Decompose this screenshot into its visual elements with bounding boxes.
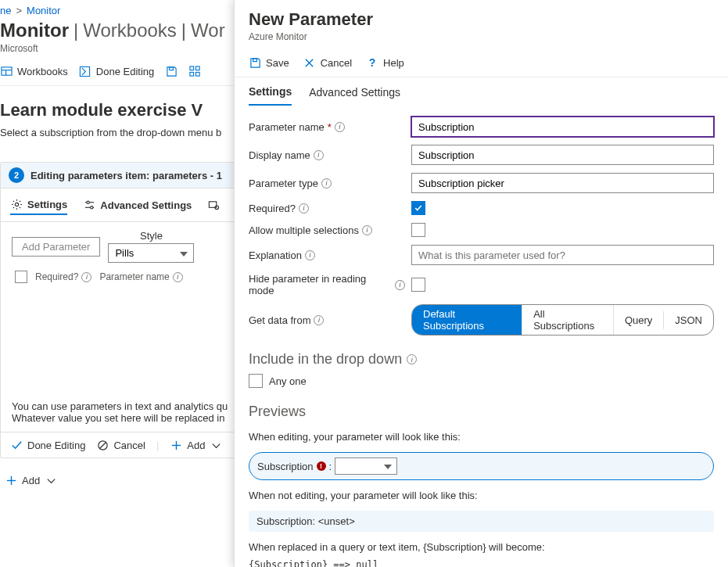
blade-tab-advanced[interactable]: Advanced Settings [309, 86, 400, 105]
blade-toolbar: Save Cancel ? Help [235, 48, 728, 77]
anyone-checkbox[interactable] [249, 374, 263, 388]
style-label: Style [140, 230, 163, 242]
col-param-name-label: Parameter name [99, 271, 169, 282]
explanation-input[interactable] [411, 245, 714, 265]
blade-cancel-button[interactable]: Cancel [303, 56, 352, 69]
breadcrumb-current[interactable]: Monitor [27, 5, 60, 16]
preview-pill-colon: : [329, 461, 332, 472]
footer-add[interactable]: Add [5, 474, 57, 486]
preview-edit-text: When editing, your parameter will look l… [235, 426, 728, 447]
info-icon[interactable]: i [81, 272, 91, 282]
new-parameter-blade: New Parameter Azure Monitor Save Cancel … [234, 0, 728, 567]
svg-point-13 [90, 206, 92, 208]
sliders-icon [83, 199, 95, 211]
preview-pill-select[interactable] [335, 458, 397, 475]
panel-cancel[interactable]: Cancel [96, 439, 145, 451]
allow-multi-checkbox[interactable] [411, 223, 425, 237]
pill-all-subs[interactable]: All Subscriptions [522, 305, 614, 335]
param-type-label: Parameter type i [249, 178, 405, 189]
blade-cancel-label: Cancel [321, 57, 352, 69]
preview-readonly-pill: Subscription: <unset> [249, 511, 714, 532]
pill-query[interactable]: Query [614, 311, 664, 329]
panel-tab-extra-icon[interactable] [207, 199, 220, 211]
blade-tab-settings[interactable]: Settings [249, 85, 292, 106]
save-icon [249, 56, 261, 69]
panel-done-editing[interactable]: Done Editing [10, 439, 85, 451]
panel-tab-settings-label: Settings [27, 199, 67, 210]
display-name-label: Display name i [249, 149, 405, 161]
svg-rect-5 [190, 66, 194, 70]
grid-icon-button[interactable] [188, 65, 201, 77]
blade-save-button[interactable]: Save [249, 56, 289, 69]
info-icon[interactable]: i [314, 315, 324, 325]
style-select-input[interactable]: Pills [108, 243, 194, 263]
workbook-icon [0, 65, 13, 77]
info-icon[interactable]: i [321, 178, 332, 188]
col-required-label: Required? [35, 271, 78, 282]
svg-rect-7 [190, 72, 194, 76]
svg-rect-6 [195, 66, 199, 70]
info-icon[interactable]: i [299, 203, 309, 214]
close-icon [303, 56, 316, 69]
include-section-title: Include in the drop down i [249, 351, 714, 368]
info-icon[interactable]: i [305, 250, 315, 260]
chevron-down-icon [210, 439, 222, 451]
help-icon: ? [366, 56, 378, 69]
page-title-sep2: | [181, 20, 186, 41]
hide-label: Hide parameter in reading mode i [249, 273, 405, 296]
workbooks-button[interactable]: Workbooks [0, 65, 68, 77]
done-editing-button[interactable]: Done Editing [79, 65, 154, 77]
pill-default-subs[interactable]: Default Subscriptions [412, 305, 522, 335]
allow-multi-label: Allow multiple selections i [249, 224, 405, 236]
get-data-pills: Default Subscriptions All Subscriptions … [411, 304, 714, 336]
svg-point-11 [87, 201, 89, 203]
page-title-sep1: | [74, 20, 78, 41]
breadcrumb-home[interactable]: ne [0, 5, 11, 16]
panel-add[interactable]: Add [170, 439, 222, 451]
svg-rect-4 [169, 66, 173, 70]
save-icon [165, 65, 178, 77]
explanation-label: Explanation i [249, 249, 405, 261]
panel-tab-settings[interactable]: Settings [10, 195, 67, 215]
required-label: Required? i [249, 203, 405, 214]
pill-json[interactable]: JSON [664, 311, 713, 329]
grid-icon [188, 65, 201, 77]
display-name-input[interactable] [411, 145, 714, 165]
footer-add-label: Add [22, 475, 40, 486]
page-title-part2: Workbooks [83, 20, 177, 41]
style-select[interactable]: Pills [108, 243, 194, 263]
page-title-part3: Wor [191, 20, 225, 41]
info-icon[interactable]: i [314, 150, 324, 160]
info-icon[interactable]: i [395, 280, 405, 290]
gear-icon [10, 198, 23, 210]
svg-rect-3 [81, 66, 90, 76]
info-icon[interactable]: i [335, 122, 345, 132]
save-icon-button[interactable] [165, 65, 178, 77]
panel-tab-advanced[interactable]: Advanced Settings [83, 196, 192, 214]
preview-notedit-text: When not editing, your parameter will lo… [235, 485, 728, 506]
svg-rect-8 [195, 72, 199, 76]
col-required: Required? i [35, 271, 91, 282]
param-type-input[interactable] [411, 173, 714, 193]
param-name-input[interactable] [411, 117, 714, 137]
info-icon[interactable]: i [362, 225, 372, 235]
done-editing-label: Done Editing [96, 66, 154, 77]
info-icon[interactable]: i [407, 354, 417, 364]
required-checkbox[interactable] [411, 201, 425, 215]
chevron-down-icon [45, 474, 57, 486]
add-parameter-button[interactable]: Add Parameter [12, 237, 100, 257]
svg-point-9 [15, 203, 18, 206]
preview-mono: {Subscription} ==> null [235, 558, 728, 567]
info-icon[interactable]: i [173, 272, 183, 282]
breadcrumb-sep: > [16, 5, 22, 16]
preview-editing-pill[interactable]: Subscription : [249, 452, 714, 480]
panel-title: Editing parameters item: parameters - 1 [30, 170, 222, 181]
col-param-name: Parameter name i [99, 271, 182, 282]
select-all-checkbox[interactable] [15, 271, 27, 283]
svg-rect-22 [253, 58, 256, 61]
blade-help-button[interactable]: ? Help [366, 56, 404, 69]
preview-replace-text: When replaced in a query or text item, {… [235, 536, 728, 558]
step-badge: 2 [9, 167, 24, 183]
block-icon [96, 439, 109, 451]
hide-checkbox[interactable] [411, 278, 425, 292]
